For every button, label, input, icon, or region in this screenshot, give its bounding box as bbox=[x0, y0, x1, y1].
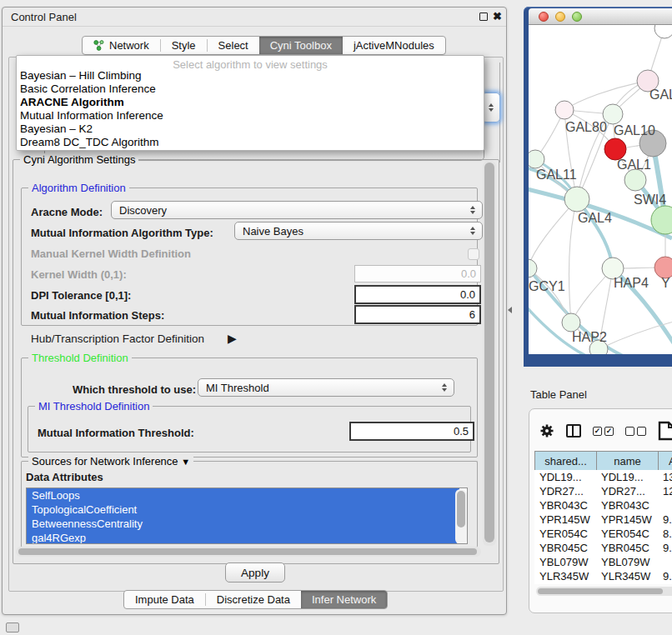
table-hscrollbar-thumb[interactable] bbox=[538, 588, 663, 594]
table-body: YDL19... YDL19... 13 YDR27... YDR27... 1… bbox=[534, 470, 672, 584]
dpi-tolerance-field[interactable]: 0.0 bbox=[354, 285, 481, 304]
tab-style[interactable]: Style bbox=[161, 37, 207, 54]
control-panel-titlebar[interactable]: Control Panel ✖ bbox=[3, 8, 506, 27]
zoom-traffic-light[interactable] bbox=[572, 12, 582, 22]
column-layout-icon[interactable] bbox=[566, 424, 581, 438]
table-cell: 13 bbox=[658, 470, 672, 484]
table-row[interactable]: YDR27... YDR27... 12 bbox=[534, 484, 672, 498]
network-node-gal4[interactable] bbox=[564, 187, 589, 212]
table-toolbar: ✓ ✓ bbox=[539, 421, 672, 441]
menu-item-bayesian-hill-climbing[interactable]: Bayesian – Hill Climbing bbox=[20, 69, 142, 82]
table-row[interactable]: YIL052C YIL052C bbox=[534, 583, 672, 584]
table-row[interactable]: YPR145W YPR145W 9. bbox=[534, 512, 672, 527]
network-node-gal11[interactable] bbox=[529, 150, 544, 168]
table-row[interactable]: YLR345W YLR345W 9. bbox=[534, 569, 672, 583]
combo-spinner-icon bbox=[466, 227, 479, 235]
table-cell: 12 bbox=[658, 484, 672, 498]
tab-network[interactable]: Network bbox=[83, 37, 160, 54]
network-node-pale-green[interactable] bbox=[624, 169, 646, 191]
network-canvas[interactable]: GAL GAL80 GAL10 GAL1 GAL11 GAL4 SWI4 GCY… bbox=[529, 25, 672, 354]
column-header-a[interactable]: A bbox=[659, 452, 672, 470]
hub-definition-label: Hub/Transcription Factor Definition bbox=[31, 332, 204, 345]
menu-item-basic-correlation[interactable]: Basic Correlation Inference bbox=[20, 82, 156, 96]
combo-spinner-icon bbox=[438, 383, 451, 392]
desktop: Control Panel ✖ Network bbox=[0, 0, 672, 635]
table-row[interactable]: YBL079W YBL079W bbox=[534, 555, 672, 569]
panel-splitter-handle[interactable] bbox=[508, 307, 512, 313]
menu-item-mutual-information[interactable]: Mutual Information Inference bbox=[20, 109, 163, 122]
tab-select[interactable]: Select bbox=[208, 37, 259, 54]
select-all-checkboxes-icon[interactable]: ✓ ✓ bbox=[593, 427, 614, 436]
tab-cyni-toolbox[interactable]: Cyni Toolbox bbox=[259, 37, 343, 54]
menu-item-dream8[interactable]: Dream8 DC_TDC Algorithm bbox=[20, 136, 159, 149]
network-window-titlebar[interactable] bbox=[529, 8, 672, 25]
settings-hscrollbar-thumb[interactable] bbox=[18, 548, 477, 555]
mi-steps-field[interactable]: 6 bbox=[354, 305, 481, 324]
node-label-hap2: HAP2 bbox=[572, 330, 607, 344]
menu-item-bayesian-k2[interactable]: Bayesian – K2 bbox=[20, 122, 93, 136]
mi-threshold-field[interactable]: 0.5 bbox=[349, 422, 474, 441]
close-icon[interactable]: ✖ bbox=[493, 10, 502, 22]
apply-button[interactable]: Apply bbox=[225, 562, 285, 582]
kernel-width-label: Kernel Width (0,1): bbox=[31, 268, 127, 281]
tab-infer-network[interactable]: Infer Network bbox=[301, 591, 387, 608]
table-cell bbox=[658, 498, 672, 512]
document-icon[interactable] bbox=[658, 421, 672, 441]
list-vertical-scrollbar[interactable] bbox=[455, 489, 467, 544]
hub-definition-toggle[interactable]: Hub/Transcription Factor Definition bbox=[31, 332, 204, 345]
table-cell: YLR345W bbox=[596, 569, 658, 583]
float-icon[interactable] bbox=[479, 12, 488, 21]
table-horizontal-scrollbar[interactable] bbox=[536, 587, 672, 596]
table-cell: 9. bbox=[658, 512, 672, 527]
network-node-hap2[interactable] bbox=[562, 313, 580, 332]
table-cell bbox=[658, 583, 672, 584]
list-item-topologicalcoefficient[interactable]: TopologicalCoefficient bbox=[27, 502, 459, 517]
list-item-selfloops[interactable]: SelfLoops bbox=[27, 488, 459, 502]
table-cell bbox=[658, 555, 672, 569]
mi-algorithm-type-combobox[interactable]: Naive Bayes bbox=[234, 222, 483, 240]
table-row[interactable]: YBR045C YBR045C 9. bbox=[534, 541, 672, 555]
gear-icon[interactable] bbox=[539, 423, 554, 438]
table-row[interactable]: YBR043C YBR043C bbox=[534, 498, 672, 512]
network-node-gal80[interactable] bbox=[555, 101, 574, 119]
tab-discretize-data[interactable]: Discretize Data bbox=[206, 591, 301, 608]
column-header-name[interactable]: name bbox=[597, 452, 659, 470]
tab-discretize-data-label: Discretize Data bbox=[217, 593, 290, 606]
data-attributes-list[interactable]: SelfLoops TopologicalCoefficient Between… bbox=[26, 488, 468, 544]
check-icon: ✓ bbox=[594, 427, 601, 435]
close-traffic-light[interactable] bbox=[539, 12, 549, 22]
table-cell: YLR345W bbox=[534, 569, 596, 583]
node-label-gal80: GAL80 bbox=[565, 120, 607, 134]
list-item-betweennesscentrality[interactable]: BetweennessCentrality bbox=[27, 517, 459, 531]
aracne-mode-value: Discovery bbox=[112, 204, 466, 217]
mi-steps-value: 6 bbox=[469, 308, 475, 321]
manual-kernel-width-checkbox[interactable] bbox=[468, 248, 479, 260]
table-row[interactable]: YDL19... YDL19... 13 bbox=[534, 470, 672, 484]
aracne-mode-combobox[interactable]: Discovery bbox=[111, 201, 483, 219]
node-label-gcy1: GCY1 bbox=[529, 279, 565, 293]
menu-item-aracne[interactable]: ARACNE Algorithm bbox=[20, 96, 124, 109]
tab-impute-data[interactable]: Impute Data bbox=[124, 591, 205, 608]
cyni-bottom-tabs: Impute Data Discretize Data Infer Networ… bbox=[123, 590, 388, 609]
table-header-row: shared... name A bbox=[534, 451, 672, 471]
table-cell: YER054C bbox=[596, 527, 658, 541]
settings-vscrollbar-thumb[interactable] bbox=[484, 162, 494, 542]
network-node-partial-top[interactable] bbox=[654, 25, 672, 38]
table-row[interactable]: YER054C YER054C 8. bbox=[534, 527, 672, 541]
deselect-all-checkboxes-icon[interactable] bbox=[625, 427, 646, 436]
obscured-combobox-spinner[interactable] bbox=[482, 92, 500, 122]
kernel-width-field[interactable]: 0.0 bbox=[354, 265, 481, 282]
tab-jactivemnodules[interactable]: jActiveMNodules bbox=[343, 37, 445, 54]
settings-vertical-scrollbar[interactable] bbox=[483, 161, 496, 546]
which-threshold-combobox[interactable]: MI Threshold bbox=[198, 378, 454, 397]
list-item-gal4rgexp[interactable]: gal4RGexp bbox=[27, 531, 459, 544]
minimize-traffic-light[interactable] bbox=[555, 12, 565, 22]
hub-expand-icon[interactable]: ▶ bbox=[228, 332, 237, 345]
minimized-panel-icon[interactable] bbox=[6, 622, 19, 632]
check-icon: ✓ bbox=[606, 427, 613, 435]
list-scrollbar-thumb[interactable] bbox=[457, 491, 465, 528]
tab-select-label: Select bbox=[218, 39, 248, 52]
column-header-shared[interactable]: shared... bbox=[535, 452, 597, 470]
sources-group-title[interactable]: Sources for Network Inference ▼ bbox=[28, 455, 193, 468]
settings-horizontal-scrollbar[interactable] bbox=[16, 547, 481, 557]
